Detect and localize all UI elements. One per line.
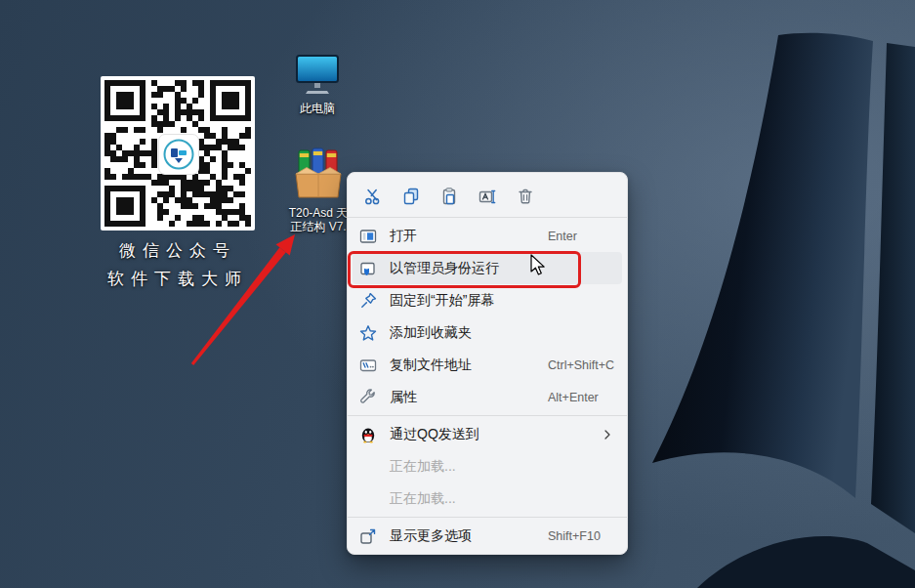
menu-item-shortcut: Shift+F10 <box>548 529 601 543</box>
open-window-icon <box>358 227 378 246</box>
qr-code-block: 微信公众号 软件下载大师 <box>101 76 255 290</box>
cut-button[interactable] <box>361 185 385 208</box>
empty-icon-spacer <box>358 489 378 509</box>
menu-separator <box>348 517 627 518</box>
desktop-icon-label-line2: 正结构 V7. <box>281 220 355 233</box>
menu-item-label: 复制文件地址 <box>390 357 472 374</box>
copy-icon <box>401 187 421 206</box>
menu-item-label: 以管理员身份运行 <box>390 260 499 277</box>
desktop-icon-this-pc[interactable]: 此电脑 <box>280 54 354 115</box>
rename-icon <box>478 187 497 206</box>
paste-icon <box>439 187 459 206</box>
admin-shield-icon <box>358 259 378 278</box>
wrench-icon <box>358 388 378 407</box>
menu-item-properties[interactable]: 属性 Alt+Enter <box>348 381 627 413</box>
context-menu-toolbar <box>348 178 627 215</box>
menu-item-loading-2: 正在加载... <box>348 483 627 515</box>
menu-item-label: 固定到“开始”屏幕 <box>390 292 494 310</box>
menu-item-label: 正在加载... <box>390 458 456 476</box>
show-more-icon <box>358 526 378 546</box>
qr-logo-icon <box>162 138 195 171</box>
winrar-archive-icon <box>293 147 344 201</box>
menu-item-send-via-qq[interactable]: 通过QQ发送到 <box>348 418 627 450</box>
menu-item-open[interactable]: 打开 Enter <box>348 220 627 252</box>
copy-path-icon <box>358 356 378 375</box>
qr-caption-line1: 微信公众号 <box>101 239 255 262</box>
menu-item-label: 正在加载... <box>390 490 456 508</box>
desktop: 微信公众号 软件下载大师 此电脑 <box>0 0 915 588</box>
menu-item-show-more-options[interactable]: 显示更多选项 Shift+F10 <box>348 520 627 552</box>
qq-icon <box>358 425 378 444</box>
menu-item-label: 打开 <box>390 228 417 245</box>
menu-item-shortcut: Alt+Enter <box>548 391 599 404</box>
menu-item-label: 显示更多选项 <box>390 527 472 545</box>
qr-code <box>101 76 255 231</box>
desktop-icon-archive[interactable]: T20-Asd 天 正结构 V7. <box>281 147 355 233</box>
cut-icon <box>363 187 383 206</box>
menu-item-label: 属性 <box>390 389 417 406</box>
menu-item-shortcut: Enter <box>548 230 577 243</box>
menu-separator <box>348 217 627 218</box>
menu-item-label: 通过QQ发送到 <box>390 426 479 443</box>
menu-item-pin-to-start[interactable]: 固定到“开始”屏幕 <box>348 284 627 316</box>
qr-caption-line2: 软件下载大师 <box>101 268 255 290</box>
rename-button[interactable] <box>476 185 499 208</box>
chevron-right-icon <box>600 427 615 442</box>
pin-icon <box>358 291 378 311</box>
menu-item-copy-file-path[interactable]: 复制文件地址 Ctrl+Shift+C <box>348 349 627 381</box>
desktop-icon-label: 此电脑 <box>280 102 354 115</box>
delete-button[interactable] <box>514 185 537 208</box>
desktop-icon-label-line1: T20-Asd 天 <box>281 206 355 220</box>
menu-item-label: 添加到收藏夹 <box>390 324 472 342</box>
menu-item-shortcut: Ctrl+Shift+C <box>548 358 614 372</box>
paste-button[interactable] <box>437 185 461 208</box>
copy-button[interactable] <box>399 185 423 208</box>
menu-item-run-as-administrator[interactable]: 以管理员身份运行 <box>353 252 622 284</box>
menu-item-loading-1: 正在加载... <box>348 450 627 483</box>
qr-center-logo <box>158 134 199 175</box>
monitor-icon <box>294 54 341 97</box>
empty-icon-spacer <box>358 457 378 477</box>
delete-icon <box>516 187 535 206</box>
context-menu: 打开 Enter 以管理员身份运行 固定到“开始”屏幕 <box>347 172 628 555</box>
menu-item-add-to-favorites[interactable]: 添加到收藏夹 <box>348 316 627 349</box>
menu-separator <box>348 415 627 416</box>
star-icon <box>358 323 378 343</box>
